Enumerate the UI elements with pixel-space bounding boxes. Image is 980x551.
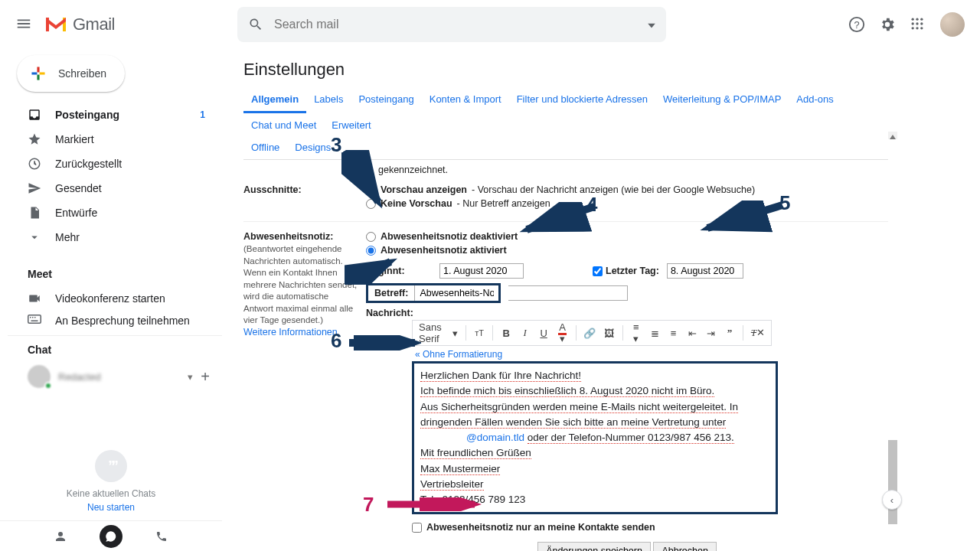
remove-format-icon[interactable]: T✕ [751, 327, 765, 339]
scrollbar-thumb[interactable] [888, 440, 897, 524]
bold-icon[interactable]: B [501, 328, 511, 339]
subject-input[interactable] [414, 285, 498, 301]
hamburger-menu-icon[interactable] [15, 15, 32, 34]
scroll-arrow-up-icon[interactable] [888, 132, 897, 139]
contacts-only-checkbox[interactable] [412, 523, 422, 533]
tab-themes[interactable]: Designs [287, 137, 338, 159]
indent-less-icon[interactable]: ⇤ [687, 328, 697, 339]
sidebar-item-snoozed[interactable]: Zurückgestellt [8, 152, 222, 176]
sidebar-item-inbox[interactable]: Posteingang 1 [8, 103, 222, 127]
sidebar-item-label: Gesendet [55, 182, 102, 194]
svg-rect-15 [34, 317, 36, 318]
vacation-on-row[interactable]: Abwesenheitsnotiz aktiviert [366, 245, 888, 256]
search-options-caret-icon[interactable] [648, 19, 655, 31]
chat-self-row[interactable]: Redacted ▾ + [8, 362, 222, 391]
svg-text:?: ? [854, 19, 859, 31]
tab-inbox[interactable]: Posteingang [351, 87, 421, 113]
image-icon[interactable]: 🖼 [603, 328, 614, 339]
align-icon[interactable]: ≡ ▾ [631, 321, 642, 344]
settings-main: Einstellungen Allgemein Labels Posteinga… [243, 60, 888, 551]
sidebar-item-label: Mehr [55, 231, 80, 243]
link-icon[interactable]: 🔗 [583, 328, 596, 339]
chevron-down-icon[interactable]: ▾ [188, 371, 193, 383]
svg-rect-16 [31, 321, 38, 322]
last-day-checkbox[interactable] [593, 266, 603, 276]
search-bar[interactable] [237, 7, 666, 42]
new-chat-plus-icon[interactable]: + [201, 368, 210, 386]
compose-label: Schreiben [58, 67, 106, 80]
settings-gear-icon[interactable] [879, 16, 896, 33]
last-date-input[interactable] [667, 263, 743, 279]
snippets-hide[interactable]: Keine Vorschau - Nur Betreff anzeigen [366, 198, 888, 209]
meet-start-label: Videokonferenz starten [55, 292, 165, 305]
svg-point-9 [916, 27, 918, 29]
vacation-more-info-link[interactable]: Weitere Informationen [243, 327, 338, 337]
gmail-logo[interactable]: Gmail [44, 15, 115, 34]
hangouts-icon [95, 450, 127, 482]
tab-chat[interactable]: Chat und Meet [243, 113, 324, 137]
help-icon[interactable]: ? [848, 16, 865, 33]
sidebar-item-label: Zurückgestellt [55, 158, 122, 170]
account-avatar[interactable] [940, 12, 965, 37]
subject-input-extension[interactable] [508, 285, 628, 301]
radio-vacation-off[interactable] [366, 232, 376, 242]
underline-icon[interactable]: U [538, 328, 549, 339]
quote-icon[interactable]: ” [724, 327, 735, 339]
radio-vacation-on[interactable] [366, 246, 376, 256]
meet-join[interactable]: An Besprechung teilnehmen [8, 311, 222, 328]
chat-self-name: Redacted [58, 371, 180, 383]
compose-button[interactable]: Schreiben [17, 55, 125, 92]
hangouts-tab-icon[interactable] [100, 525, 122, 548]
radio-no-preview[interactable] [366, 199, 376, 209]
section-snippets: Ausschnitte: Vorschau anzeigen - Vorscha… [243, 175, 888, 222]
tab-advanced[interactable]: Erweitert [324, 113, 378, 137]
svg-point-5 [912, 22, 914, 24]
side-panel-toggle-icon[interactable]: ‹ [882, 490, 902, 510]
svg-point-7 [920, 22, 923, 24]
snippets-hide-desc: - Nur Betreff anzeigen [457, 198, 550, 209]
save-button[interactable]: Änderungen speichern [537, 542, 651, 551]
contacts-icon[interactable] [49, 525, 72, 548]
sidebar-item-sent[interactable]: Gesendet [8, 176, 222, 201]
radio-show-preview[interactable] [366, 185, 376, 195]
italic-icon[interactable]: I [519, 327, 530, 339]
sidebar-item-starred[interactable]: Markiert [8, 127, 222, 152]
text-size-icon[interactable]: тT [474, 328, 485, 337]
begin-date-input[interactable] [439, 263, 524, 279]
list-numbered-icon[interactable]: ≣ [649, 328, 660, 339]
vacation-label: Abwesenheitsnotiz: (Beantwortet eingehen… [243, 231, 366, 551]
plain-text-link[interactable]: « Ohne Formatierung [415, 349, 502, 360]
tab-filters[interactable]: Filter und blockierte Adressen [509, 87, 655, 113]
sidebar-item-drafts[interactable]: Entwürfe [8, 201, 222, 225]
vacation-desc: (Beantwortet eingehende Nachrichten auto… [243, 243, 360, 327]
tab-accounts[interactable]: Konten & Import [422, 87, 509, 113]
tab-addons[interactable]: Add-ons [789, 87, 841, 113]
cancel-button[interactable]: Abbrechen [653, 542, 716, 551]
meet-start[interactable]: Videokonferenz starten [8, 286, 222, 311]
hangouts-start-link[interactable]: Neu starten [0, 502, 222, 513]
tab-offline[interactable]: Offline [243, 137, 287, 159]
snippets-show[interactable]: Vorschau anzeigen - Vorschau der Nachric… [366, 184, 888, 195]
vacation-off-row[interactable]: Abwesenheitsnotiz deaktiviert [366, 231, 888, 242]
meet-heading: Meet [28, 268, 222, 280]
phone-icon[interactable] [150, 525, 173, 548]
font-select[interactable]: Sans Serif ▾ [419, 321, 458, 344]
star-icon [28, 132, 41, 146]
contacts-only-label: Abwesenheitsnotiz nur an meine Kontakte … [426, 522, 655, 533]
contacts-only-row[interactable]: Abwesenheitsnotiz nur an meine Kontakte … [412, 522, 888, 533]
search-input[interactable] [263, 18, 655, 31]
compose-plus-icon [28, 63, 49, 84]
tab-forwarding[interactable]: Weiterleitung & POP/IMAP [655, 87, 789, 113]
presence-dot-icon [44, 382, 52, 390]
sidebar-item-more[interactable]: Mehr [8, 225, 222, 249]
vacation-mailto-link[interactable]: @domain.tld [466, 432, 524, 443]
tab-general[interactable]: Allgemein [243, 87, 306, 113]
inbox-unread-count: 1 [200, 109, 205, 120]
list-bulleted-icon[interactable]: ≡ [668, 328, 678, 339]
tab-labels[interactable]: Labels [306, 87, 351, 113]
vacation-message-editor[interactable]: Herzlichen Dank für Ihre Nachricht! Ich … [412, 361, 778, 514]
left-sidebar: Schreiben Posteingang 1 Markiert Zurückg… [0, 51, 222, 551]
apps-grid-icon[interactable] [910, 16, 926, 33]
text-color-icon[interactable]: A ▾ [557, 321, 567, 344]
indent-more-icon[interactable]: ⇥ [705, 328, 716, 339]
